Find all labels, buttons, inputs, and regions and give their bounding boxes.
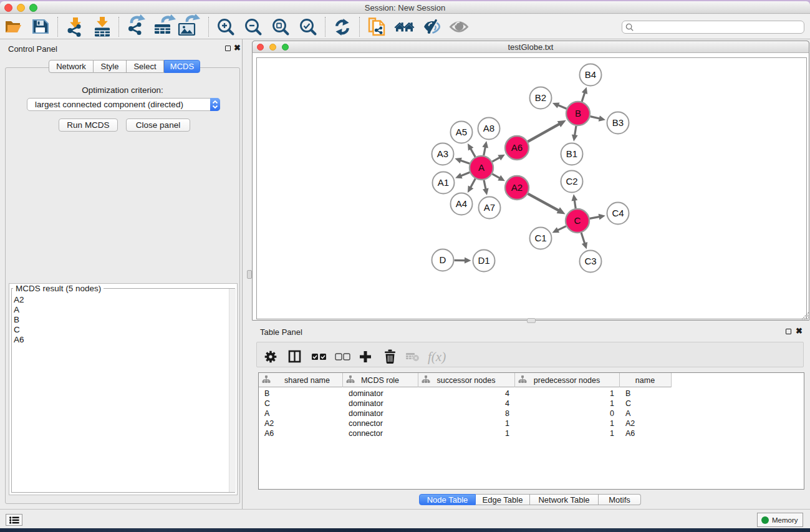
svg-text:C: C — [574, 215, 581, 226]
svg-text:B3: B3 — [612, 117, 624, 128]
svg-text:A7: A7 — [484, 202, 495, 213]
svg-text:A8: A8 — [483, 123, 494, 133]
svg-text:A4: A4 — [456, 198, 467, 209]
svg-text:A: A — [478, 162, 485, 173]
svg-text:C3: C3 — [584, 256, 596, 266]
svg-text:B4: B4 — [585, 69, 596, 80]
svg-text:A6: A6 — [511, 142, 523, 153]
svg-text:A1: A1 — [438, 177, 449, 188]
svg-text:D: D — [440, 254, 446, 265]
svg-text:D1: D1 — [478, 255, 489, 266]
svg-text:B1: B1 — [566, 148, 577, 159]
svg-text:f(x): f(x) — [428, 349, 446, 364]
svg-text:C1: C1 — [534, 233, 546, 243]
svg-text:C4: C4 — [612, 208, 624, 218]
svg-text:A2: A2 — [511, 182, 523, 193]
svg-text:A3: A3 — [437, 148, 448, 159]
svg-text:C2: C2 — [566, 176, 577, 186]
svg-text:A5: A5 — [456, 127, 467, 137]
svg-text:B2: B2 — [535, 92, 546, 103]
svg-text:B: B — [575, 108, 581, 118]
